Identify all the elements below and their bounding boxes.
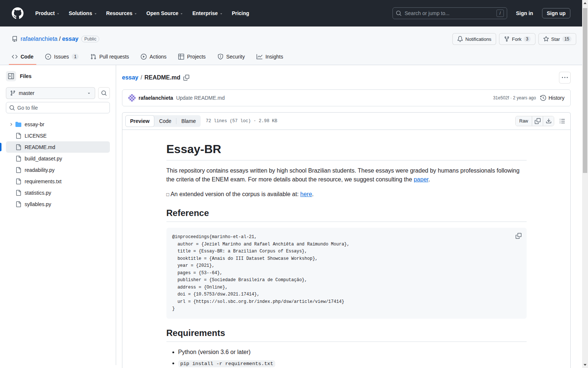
notifications-button[interactable]: Notifications bbox=[452, 33, 496, 45]
chevron-right-icon[interactable] bbox=[9, 122, 15, 127]
file-tree: essay-br LICENSE README.md build_dataset… bbox=[6, 118, 110, 210]
tab-label: Pull requests bbox=[99, 54, 129, 60]
outline-button[interactable] bbox=[557, 116, 567, 126]
avatar[interactable] bbox=[128, 94, 136, 102]
primary-nav: Product Solutions Resources Open Source … bbox=[32, 7, 252, 19]
tree-item-file[interactable]: syllables.py bbox=[6, 198, 110, 210]
tree-item-file[interactable]: build_dataset.py bbox=[6, 153, 110, 164]
history-icon bbox=[540, 95, 546, 101]
nav-item-pricing[interactable]: Pricing bbox=[229, 7, 252, 19]
copy-icon bbox=[183, 75, 189, 81]
issue-opened-icon bbox=[45, 54, 51, 60]
graph-icon bbox=[257, 54, 262, 60]
file-name: syllables.py bbox=[25, 201, 51, 207]
code-line: booktitle = {Anais do III Dataset Showca… bbox=[172, 255, 521, 263]
tree-item-file[interactable]: requirements.txt bbox=[6, 176, 110, 187]
folder-icon bbox=[15, 121, 21, 127]
go-to-file-input[interactable] bbox=[6, 102, 110, 113]
breadcrumb-repo-link[interactable]: essay bbox=[122, 74, 139, 81]
tab-label: Code bbox=[21, 54, 33, 60]
sign-in-link[interactable]: Sign in bbox=[513, 8, 536, 18]
nav-label: Enterprise bbox=[192, 10, 218, 16]
repo-owner-link[interactable]: rafaelanchieta bbox=[21, 36, 58, 42]
tab-label: Issues bbox=[54, 54, 69, 60]
commit-message-link[interactable]: Update README.md bbox=[176, 95, 225, 101]
readme-toolbar: Preview Code Blame 72 lines (57 loc) · 2… bbox=[122, 113, 570, 130]
paper-link[interactable]: paper bbox=[414, 176, 429, 183]
raw-button[interactable]: Raw bbox=[516, 116, 532, 126]
readme-title: Essay-BR bbox=[166, 142, 527, 160]
download-button[interactable] bbox=[543, 116, 554, 126]
tab-projects[interactable]: Projects bbox=[172, 49, 212, 65]
nav-item-solutions[interactable]: Solutions bbox=[66, 7, 100, 19]
more-options-button[interactable] bbox=[559, 72, 571, 84]
scrollbar-thumb[interactable] bbox=[583, 8, 587, 173]
tab-security[interactable]: Security bbox=[212, 49, 251, 65]
latest-commit-bar: rafaelanchieta Update README.md 31e502f … bbox=[122, 89, 571, 106]
vertical-scrollbar[interactable] bbox=[582, 0, 588, 368]
site-header: Product Solutions Resources Open Source … bbox=[0, 0, 588, 26]
copy-path-button[interactable] bbox=[183, 75, 189, 81]
bibtex-code-block: @inproceedings{marinho-et-al-21, author … bbox=[166, 228, 527, 319]
tab-code[interactable]: Code bbox=[6, 49, 39, 65]
branch-selector[interactable]: master bbox=[6, 87, 95, 99]
tab-issues[interactable]: Issues 1 bbox=[39, 49, 85, 65]
git-branch-icon bbox=[10, 90, 16, 96]
tab-insights[interactable]: Insights bbox=[251, 49, 289, 65]
nav-item-open-source[interactable]: Open Source bbox=[143, 7, 186, 19]
history-button[interactable]: History bbox=[540, 95, 564, 101]
nav-item-enterprise[interactable]: Enterprise bbox=[189, 7, 226, 19]
code-line: address = {Online}, bbox=[172, 284, 521, 291]
scroll-up-arrow[interactable] bbox=[584, 2, 587, 4]
tree-item-file[interactable]: LICENSE bbox=[6, 130, 110, 141]
tab-pull-requests[interactable]: Pull requests bbox=[85, 49, 135, 65]
nav-label: Resources bbox=[106, 10, 133, 16]
tab-code-view[interactable]: Code bbox=[154, 115, 176, 127]
nav-label: Pricing bbox=[232, 10, 249, 16]
code-line: title = {Essay-BR: a Brazilian Corpus of… bbox=[172, 248, 521, 255]
collapse-sidebar-button[interactable] bbox=[6, 71, 16, 81]
copy-file-button[interactable] bbox=[532, 116, 543, 126]
search-placeholder: Search or jump to... bbox=[405, 10, 494, 16]
scroll-down-arrow[interactable] bbox=[584, 364, 587, 366]
code-line: publisher = {Sociedade Brasileira de Com… bbox=[172, 277, 521, 284]
star-label: Star bbox=[551, 36, 560, 42]
code-icon bbox=[12, 54, 18, 60]
tab-actions[interactable]: Actions bbox=[135, 49, 172, 65]
repo-name-link[interactable]: essay bbox=[62, 36, 79, 42]
sign-up-button[interactable]: Sign up bbox=[542, 8, 570, 18]
tree-item-folder[interactable]: essay-br bbox=[6, 118, 110, 130]
fork-count: 3 bbox=[524, 36, 531, 42]
here-link[interactable]: here bbox=[300, 191, 312, 197]
global-search-input[interactable]: Search or jump to... / bbox=[392, 7, 507, 19]
view-mode-segmented-control: Preview Code Blame bbox=[125, 115, 201, 127]
repo-icon bbox=[12, 36, 18, 42]
readme-intro-paragraph: This repository contains essays written … bbox=[166, 166, 527, 184]
shield-icon bbox=[218, 54, 223, 60]
search-this-repo-button[interactable] bbox=[98, 87, 110, 99]
chevron-down-icon bbox=[219, 12, 223, 15]
code-line: @inproceedings{marinho-et-al-21, bbox=[172, 234, 521, 241]
sidebar-collapse-icon bbox=[8, 73, 14, 79]
chevron-down-icon bbox=[87, 91, 91, 95]
file-icon bbox=[15, 133, 21, 139]
tab-preview[interactable]: Preview bbox=[125, 115, 154, 127]
tree-item-file-selected[interactable]: README.md bbox=[6, 141, 110, 153]
star-button[interactable]: Star 15 bbox=[538, 33, 576, 45]
file-icon bbox=[15, 167, 21, 173]
copy-code-button[interactable] bbox=[513, 231, 524, 241]
tree-item-file[interactable]: statistics.py bbox=[6, 187, 110, 198]
file-name: readability.py bbox=[25, 167, 54, 173]
file-name: README.md bbox=[25, 144, 55, 150]
commit-sha-and-time[interactable]: 31e502f · 2 years ago bbox=[493, 95, 536, 100]
search-icon bbox=[101, 90, 107, 96]
nav-item-product[interactable]: Product bbox=[32, 7, 63, 19]
paragraph-text: This repository contains essays written … bbox=[166, 167, 520, 183]
tree-item-file[interactable]: readability.py bbox=[6, 164, 110, 176]
commit-author-link[interactable]: rafaelanchieta bbox=[139, 95, 173, 101]
star-icon bbox=[543, 36, 549, 42]
github-logo-icon[interactable] bbox=[12, 7, 24, 19]
tab-blame[interactable]: Blame bbox=[176, 115, 201, 127]
nav-item-resources[interactable]: Resources bbox=[103, 7, 141, 19]
fork-button[interactable]: Fork 3 bbox=[499, 33, 535, 45]
